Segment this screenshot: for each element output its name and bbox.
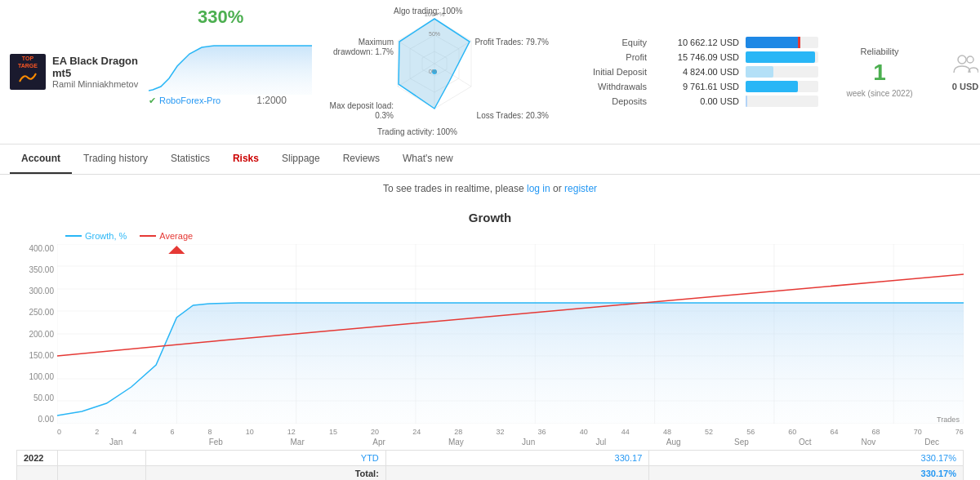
y-label-6: 100.00 — [16, 372, 54, 381]
total-empty — [17, 466, 58, 481]
bar-fill-0 — [746, 37, 800, 48]
stat-row-2: Initial Deposit4 824.00 USD — [557, 66, 818, 78]
stat-value-3: 9 761.61 USD — [653, 82, 739, 91]
month-sep: Sep — [710, 438, 773, 447]
leverage-value: 1:2000 — [256, 95, 287, 106]
ytd-label: YTD — [146, 451, 386, 466]
bar-track-4 — [746, 96, 818, 107]
legend-growth: Growth, % — [65, 231, 127, 241]
svg-point-12 — [967, 56, 973, 63]
bottom-table: 2022 YTD 330.17 330.17% Total: 330.17% — [16, 450, 964, 480]
stat-label-2: Initial Deposit — [557, 67, 647, 77]
bar-fill-3 — [746, 81, 798, 92]
total-row: Total: 330.17% — [17, 466, 964, 481]
radar-container: 100+% 50% 0% Algo trading: 100% Profit T… — [320, 7, 549, 137]
reliability-area: Reliability 1 week (since 2022) — [826, 7, 933, 137]
ytd-value: 330.17% — [649, 451, 964, 466]
register-link[interactable]: register — [564, 183, 597, 194]
month-aug: Aug — [637, 438, 710, 447]
logo-area: TOP TARGE EA Black Dragon mt5 Ramil Minn… — [10, 7, 140, 137]
users-area: 0 USD — [941, 7, 980, 137]
users-icon — [952, 53, 978, 80]
growth-line-sample — [65, 235, 82, 237]
month-feb: Feb — [175, 438, 256, 447]
legend-average-label: Average — [159, 231, 193, 241]
chart-section: Growth Growth, % Average 400.00350.00300… — [0, 202, 980, 480]
chart-legend: Growth, % Average — [16, 231, 964, 241]
month-oct: Oct — [773, 438, 837, 447]
radar-deposit-label: Max deposit load: 0.3% — [320, 101, 394, 121]
bar-track-0 — [746, 37, 818, 48]
bar-fill-4 — [746, 96, 747, 107]
radar-drawdown-label: Maximum drawdown: 1.7% — [320, 38, 394, 57]
stat-label-4: Deposits — [557, 96, 647, 106]
month-dec: Dec — [900, 438, 964, 447]
stats-bars: Equity10 662.12 USDProfit15 746.09 USDIn… — [557, 7, 818, 137]
y-label-8: 0.00 — [16, 415, 54, 424]
x-axis-months: Jan Feb Mar Apr May Jun Jul Aug Sep Oct … — [57, 438, 964, 447]
stat-label-3: Withdrawals — [557, 82, 647, 91]
total-spacer — [58, 466, 146, 481]
logo-inner: TOP TARGE — [16, 56, 40, 87]
y-label-7: 50.00 — [16, 393, 54, 402]
users-svg — [952, 53, 978, 76]
average-line-sample — [140, 235, 156, 237]
ea-author: Ramil Minniakhmetov — [52, 79, 140, 89]
total-label: Total: — [146, 466, 386, 481]
stat-value-0: 10 662.12 USD — [653, 38, 739, 47]
growth-value: 330% — [198, 7, 243, 28]
y-label-1: 350.00 — [16, 265, 54, 274]
ea-name: EA Black Dragon mt5 — [52, 55, 140, 79]
bar-track-3 — [746, 81, 818, 92]
or-text: or — [553, 183, 562, 194]
table-data-row: 2022 YTD 330.17 330.17% — [17, 451, 964, 466]
tab-risks[interactable]: Risks — [221, 144, 270, 174]
month-jan: Jan — [57, 438, 175, 447]
tab-slippage[interactable]: Slippage — [270, 144, 332, 174]
header-section: TOP TARGE EA Black Dragon mt5 Ramil Minn… — [0, 0, 980, 144]
stat-row-4: Deposits0.00 USD — [557, 96, 818, 107]
legend-average: Average — [140, 231, 193, 241]
growth-area: 330% ✔ RoboForex-Pro 1:2000 — [149, 7, 312, 137]
radar-profit-label: Profit Trades: 79.7% — [474, 38, 549, 47]
month-apr: Apr — [338, 438, 420, 447]
login-link[interactable]: log in — [527, 183, 550, 194]
chart-svg: Trades — [57, 244, 964, 424]
stat-row-3: Withdrawals9 761.61 USD — [557, 81, 818, 92]
y-label-5: 150.00 — [16, 351, 54, 360]
y-axis: 400.00350.00300.00250.00200.00150.00100.… — [16, 244, 57, 424]
stat-value-2: 4 824.00 USD — [653, 67, 739, 77]
message-bar: To see trades in realtime, please log in… — [0, 175, 980, 202]
ea-info: EA Black Dragon mt5 Ramil Minniakhmetov — [52, 55, 140, 89]
reliability-sub: week (since 2022) — [846, 89, 912, 98]
tab-statistics[interactable]: Statistics — [159, 144, 221, 174]
month-mar: Mar — [256, 438, 338, 447]
stat-value-1: 15 746.09 USD — [653, 52, 739, 62]
y-label-2: 300.00 — [16, 287, 54, 296]
month-may: May — [420, 438, 492, 447]
svg-text:50%: 50% — [429, 31, 440, 37]
radar-algo-label: Algo trading: 100% — [394, 7, 463, 16]
total-value-empty — [385, 466, 648, 481]
tab-whats-new[interactable]: What's new — [391, 144, 465, 174]
stat-row-0: Equity10 662.12 USD — [557, 37, 818, 48]
mini-chart — [149, 29, 312, 95]
reliability-label: Reliability — [860, 47, 898, 56]
x-axis-numbers: 0246810121520242832364044485256606468707… — [57, 426, 964, 438]
radar-loss-label: Loss Trades: 20.3% — [477, 111, 549, 121]
year-value: 330.17 — [385, 451, 648, 466]
tab-reviews[interactable]: Reviews — [332, 144, 391, 174]
empty-cells — [58, 451, 146, 466]
message-text: To see trades in realtime, please — [383, 183, 524, 194]
month-nov: Nov — [837, 438, 901, 447]
chart-title: Growth — [16, 211, 964, 224]
broker-name[interactable]: RoboForex-Pro — [159, 96, 220, 105]
bar-red-marker-0 — [798, 37, 800, 48]
check-icon: ✔ — [149, 96, 156, 106]
logo-icon — [16, 69, 40, 86]
tab-trading-history[interactable]: Trading history — [72, 144, 159, 174]
tab-account[interactable]: Account — [10, 144, 72, 174]
month-jun: Jun — [492, 438, 565, 447]
svg-point-11 — [958, 56, 966, 64]
month-jul: Jul — [565, 438, 638, 447]
